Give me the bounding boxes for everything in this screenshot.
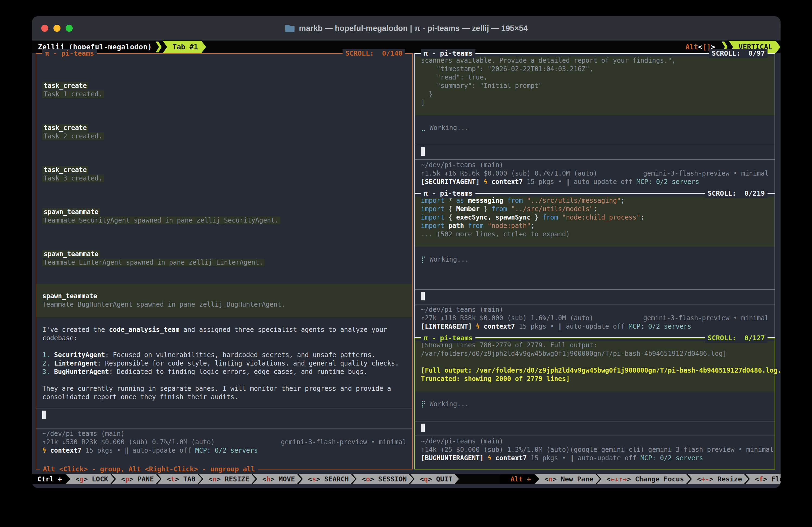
prompt-input[interactable] xyxy=(37,409,412,428)
terminal-body[interactable]: import * as messaging from "../src/utils… xyxy=(415,194,774,337)
pane-bughunter-agent[interactable]: π - pi-teams SCROLL: 0/127 [Showing line… xyxy=(415,338,775,469)
pane-title: π - pi-teams xyxy=(42,49,97,58)
window-controls xyxy=(41,16,73,40)
pane-footer: ~/dev/pi-teams (main) ↑14k ↓25 $0.000 (s… xyxy=(415,436,774,469)
input-separator xyxy=(415,436,774,436)
prompt-input[interactable] xyxy=(415,422,774,436)
mcp-status: [BUGHUNTERAGENT] ϟ context7 15 pkgs • ‖ … xyxy=(415,454,774,462)
keybind-chip-new-pane[interactable]: <n> New Pane xyxy=(535,474,600,484)
keybind-chip-quit[interactable]: <q> QUIT xyxy=(410,474,459,484)
usage-stats: ↑27k ↓118 R38k $0.000 (sub) 1.6%/1.0M (a… xyxy=(415,314,774,323)
input-separator xyxy=(415,159,774,160)
zoom-button[interactable] xyxy=(66,25,73,32)
text-cursor xyxy=(421,147,425,156)
mcp-status: [LINTERAGENT] ϟ context7 15 pkgs • ‖ aut… xyxy=(415,323,774,331)
scroll-indicator: SCROLL: 0/140 xyxy=(343,49,405,58)
right-pane-column: π - pi-teams SCROLL: 0/97 scanners avail… xyxy=(415,53,775,469)
keybind-chip-move[interactable]: <h> MOVE xyxy=(252,474,301,484)
terminal-lines: import * as messaging from "../src/utils… xyxy=(415,194,774,264)
minimize-button[interactable] xyxy=(54,25,60,32)
pane-workspace: π - pi-teams SCROLL: 0/140 Alt <Click> -… xyxy=(32,53,781,469)
input-separator xyxy=(415,145,774,145)
close-button[interactable] xyxy=(41,25,48,32)
keybind-chip-tab[interactable]: <t> TAB xyxy=(157,474,202,484)
ctrl-modifier-chip: Ctrl + xyxy=(32,474,69,484)
cwd-branch: ~/dev/pi-teams (main) xyxy=(415,161,774,169)
terminal-lines: [Showing lines 780-2779 of 2779. Full ou… xyxy=(415,338,774,409)
mcp-status: [SECURITYAGENT] ϟ context7 15 pkgs • ‖ a… xyxy=(415,178,774,186)
keybind-chip-resize[interactable]: <+-> Resize xyxy=(687,474,749,484)
chevron-separator-icon xyxy=(156,42,162,52)
macos-titlebar: markb — hopeful-megalodon | π - pi-teams… xyxy=(32,16,781,41)
scroll-indicator: SCROLL: 0/127 xyxy=(705,333,768,343)
zellij-tab-bar: Zellij (hopeful-megalodon) Tab #1 Alt <[… xyxy=(32,41,781,53)
pane-footer: ~/dev/pi-teams (main) ↑27k ↓118 R38k $0.… xyxy=(415,304,774,337)
terminal-lines: scanners available. Provide a detailed r… xyxy=(415,54,774,132)
pane-security-agent[interactable]: π - pi-teams SCROLL: 0/97 scanners avail… xyxy=(415,53,775,193)
keybind-chip-search[interactable]: <s> SEARCH xyxy=(298,474,356,484)
window-title: markb — hopeful-megalodon | π - pi-teams… xyxy=(299,24,527,33)
text-cursor xyxy=(421,292,425,300)
text-cursor xyxy=(42,411,46,419)
input-separator xyxy=(37,428,412,428)
usage-stats: ↑1.5k ↓16 R5.6k $0.000 (sub) 0.7%/1.0M (… xyxy=(415,169,774,178)
terminal-body[interactable]: [Showing lines 780-2779 of 2779. Full ou… xyxy=(415,338,774,469)
pane-orchestrator[interactable]: π - pi-teams SCROLL: 0/140 Alt <Click> -… xyxy=(36,53,413,469)
window-title-group: markb — hopeful-megalodon | π - pi-teams… xyxy=(285,24,527,33)
input-separator xyxy=(415,289,774,290)
alt-modifier-chip: Alt + xyxy=(499,474,538,484)
tab-1[interactable]: Tab #1 xyxy=(163,41,206,53)
usage-stats: ↑14k ↓25 $0.000 (sub) 1.3%/1.0M (auto)(g… xyxy=(415,445,774,454)
input-separator xyxy=(415,421,774,422)
keybind-chip-lock[interactable]: <g> LOCK xyxy=(66,474,114,484)
scroll-indicator: SCROLL: 0/219 xyxy=(705,189,768,198)
keybind-status-bar: Ctrl + <g> LOCK<p> PANE<t> TAB<n> RESIZE… xyxy=(32,474,781,484)
cwd-branch: ~/dev/pi-teams (main) xyxy=(37,430,412,438)
mcp-status: ϟ context7 15 pkgs • ‖ auto-update off M… xyxy=(37,446,412,455)
terminal-body[interactable]: scanners available. Provide a detailed r… xyxy=(415,54,774,193)
folder-icon xyxy=(285,24,295,32)
scroll-indicator: SCROLL: 0/97 xyxy=(709,49,768,58)
pane-linter-agent[interactable]: π - pi-teams SCROLL: 0/219 import * as m… xyxy=(415,193,775,338)
cwd-branch: ~/dev/pi-teams (main) xyxy=(415,305,774,314)
alt-chips: <n> New Pane<←↓↑→> Change Focus<+-> Resi… xyxy=(538,474,781,484)
text-cursor xyxy=(421,424,425,432)
pane-title: π - pi-teams xyxy=(421,189,476,198)
pane-footer: ~/dev/pi-teams (main) ↑21k ↓530 R23k $0.… xyxy=(37,428,412,469)
keybind-chip-resize[interactable]: <n> RESIZE xyxy=(199,474,256,484)
terminal-window: markb — hopeful-megalodon | π - pi-teams… xyxy=(32,16,781,488)
pane-title: π - pi-teams xyxy=(421,333,476,343)
usage-stats: ↑21k ↓530 R23k $0.000 (sub) 0.7%/1.0M (a… xyxy=(37,438,412,446)
group-keybind-hint: Alt <Click> - group, Alt <Right-Click> -… xyxy=(40,465,258,474)
keybind-chip-pane[interactable]: <p> PANE xyxy=(112,474,160,484)
cwd-branch: ~/dev/pi-teams (main) xyxy=(415,437,774,445)
terminal-lines: task_createTask 1 created.task_createTas… xyxy=(37,54,412,401)
keybind-chip-change-focus[interactable]: <←↓↑→> Change Focus xyxy=(597,474,691,484)
input-separator xyxy=(37,408,412,409)
pane-footer: ~/dev/pi-teams (main) ↑1.5k ↓16 R5.6k $0… xyxy=(415,160,774,193)
keybind-chip-session[interactable]: <o> SESSION xyxy=(352,474,413,484)
input-separator xyxy=(415,304,774,304)
prompt-input[interactable] xyxy=(415,145,774,159)
pane-title: π - pi-teams xyxy=(421,49,476,58)
keybind-chip-floating[interactable]: <f> Floating xyxy=(745,474,781,484)
terminal-body[interactable]: task_createTask 1 created.task_createTas… xyxy=(37,54,412,469)
window-footer xyxy=(32,484,781,488)
prompt-input[interactable] xyxy=(415,290,774,304)
ctrl-chips: <g> LOCK<p> PANE<t> TAB<n> RESIZE<h> MOV… xyxy=(69,474,459,484)
